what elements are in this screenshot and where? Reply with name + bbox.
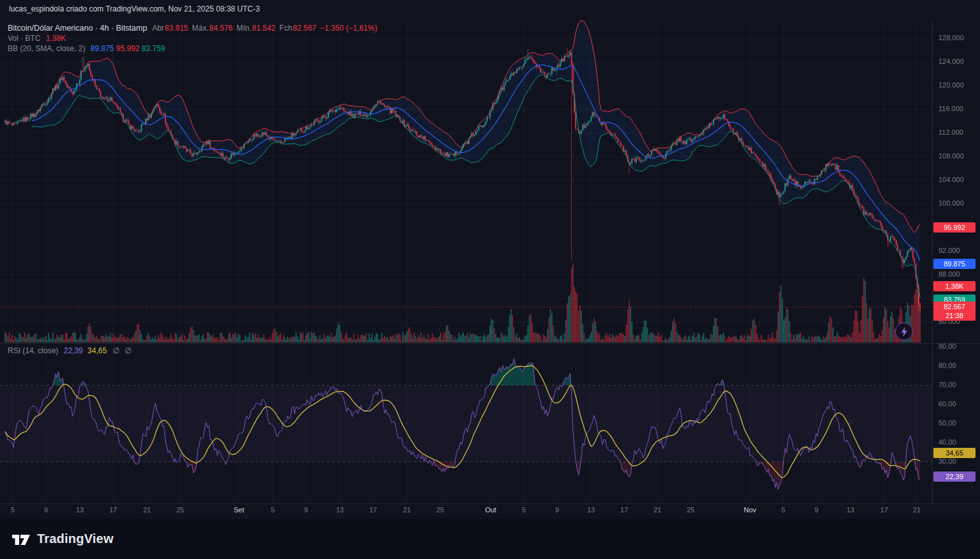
- price-axis-label: 100.000: [938, 199, 964, 207]
- close-label: Fch: [279, 24, 292, 33]
- attribution-text: lucas_espindola criado com TradingView.c…: [9, 4, 260, 13]
- price-axis-label: 128.000: [938, 34, 964, 42]
- time-tick: 5: [772, 506, 794, 514]
- high-pair: Máx.84.576: [192, 24, 233, 33]
- bb-row: BB (20, SMA, close, 2) 89.875 95.992 83.…: [8, 43, 377, 54]
- lightning-button[interactable]: [895, 323, 913, 341]
- rsi-axis-label: 40,00: [938, 438, 956, 446]
- rsi-empty-2: ∅: [125, 346, 131, 355]
- time-tick: 25: [680, 506, 701, 514]
- rsi-ma-value: 34,65: [88, 346, 107, 355]
- time-tick: 17: [873, 506, 895, 514]
- open-label: Abr: [152, 24, 164, 33]
- price-axis-label: 124.000: [938, 57, 964, 65]
- price-axis-label: 116.000: [938, 105, 963, 112]
- high-value: 84.576: [210, 24, 233, 33]
- volume-label[interactable]: Vol · BTC: [8, 34, 40, 43]
- low-pair: Mín.81.542: [236, 24, 275, 33]
- time-tick: 5: [262, 506, 284, 514]
- ohlc-row: Bitcoin/Dólar Americano · 4h · BitstampA…: [8, 23, 377, 33]
- rsi-axis-label: 90,00: [938, 342, 956, 350]
- time-tick: 21: [647, 506, 668, 514]
- bb-label[interactable]: BB (20, SMA, close, 2): [8, 44, 85, 53]
- bottom-bar: TradingView: [0, 519, 980, 559]
- open-value: 83.915: [165, 24, 188, 33]
- time-tick: 13: [329, 506, 351, 514]
- time-tick: 21: [396, 506, 418, 514]
- chart-canvas[interactable]: [0, 0, 980, 559]
- price-axis-label: 92.000: [938, 247, 960, 254]
- time-tick: 17: [362, 506, 384, 514]
- rsi-legend: RSI (14, close) 22,39 34,65 ∅ ∅: [8, 346, 132, 356]
- time-tick: 25: [429, 506, 451, 514]
- time-tick: 5: [513, 506, 535, 514]
- price-axis-label: 108.000: [938, 152, 964, 160]
- symbol-legend: Bitcoin/Dólar Americano · 4h · BitstampA…: [8, 23, 377, 54]
- volume-value: 1,38K: [46, 34, 66, 43]
- change-value: −1.350 (−1,61%): [320, 24, 377, 33]
- price-scale[interactable]: 128.000124.000120.000116.000112.000108.0…: [932, 0, 980, 519]
- time-tick: 17: [613, 506, 635, 514]
- time-tick: 17: [102, 506, 124, 514]
- axis-price-badge: 1,38K: [933, 281, 976, 291]
- time-tick: 9: [295, 506, 317, 514]
- time-tick: 5: [2, 506, 24, 514]
- high-label: Máx.: [192, 24, 209, 33]
- close-value: 82.567: [293, 24, 316, 33]
- tradingview-chart-snapshot: lucas_espindola criado com TradingView.c…: [0, 0, 980, 559]
- time-tick: 9: [35, 506, 57, 514]
- low-value: 81.542: [252, 24, 276, 33]
- time-tick-month: Out: [480, 506, 501, 514]
- rsi-axis-label: 80,00: [938, 362, 956, 369]
- time-tick: 13: [580, 506, 602, 514]
- price-axis-label: 88.000: [938, 270, 960, 278]
- tradingview-logo-icon[interactable]: [11, 532, 31, 547]
- price-axis-label: 104.000: [938, 176, 964, 183]
- bb-basis-value: 89.875: [91, 44, 114, 53]
- close-pair: Fch82.567: [279, 24, 316, 33]
- lightning-icon: [900, 327, 908, 337]
- time-tick-month: Set: [228, 506, 250, 514]
- low-label: Mín.: [236, 24, 251, 33]
- axis-price-badge: 34,65: [933, 448, 976, 458]
- rsi-axis-label: 70,00: [938, 381, 956, 388]
- time-tick: 9: [546, 506, 568, 514]
- symbol-title[interactable]: Bitcoin/Dólar Americano · 4h · Bitstamp: [8, 24, 147, 33]
- time-tick-month: Nov: [739, 506, 761, 514]
- rsi-label[interactable]: RSI (14, close): [8, 346, 58, 355]
- price-axis-label: 120.000: [938, 81, 964, 89]
- rsi-empty-1: ∅: [112, 346, 119, 355]
- brand-name[interactable]: TradingView: [37, 532, 114, 546]
- time-tick: 9: [806, 506, 827, 514]
- axis-price-badge: 22,39: [933, 471, 976, 482]
- bb-lower-value: 83.759: [142, 44, 165, 53]
- bb-upper-value: 95.992: [116, 44, 140, 53]
- price-axis-label: 112.000: [938, 128, 963, 136]
- axis-price-badge: 82.56721:38: [933, 302, 976, 321]
- rsi-value: 22,39: [64, 346, 83, 355]
- open-pair: Abr83.915: [152, 24, 188, 33]
- rsi-axis-label: 60,00: [938, 400, 956, 408]
- axis-price-badge: 89.875: [933, 259, 976, 269]
- time-tick: 25: [169, 506, 191, 514]
- time-tick: 21: [906, 506, 928, 514]
- rsi-axis-label: 30,00: [938, 457, 956, 465]
- axis-price-badge: 95.992: [933, 222, 976, 233]
- rsi-axis-label: 50,00: [938, 419, 956, 427]
- time-scale[interactable]: 5913172125Set5913172125Out5913172125Nov5…: [0, 506, 932, 517]
- time-tick: 13: [69, 506, 91, 514]
- volume-row: Vol · BTC 1,38K: [8, 33, 377, 43]
- time-tick: 13: [839, 506, 861, 514]
- time-tick: 21: [136, 506, 158, 514]
